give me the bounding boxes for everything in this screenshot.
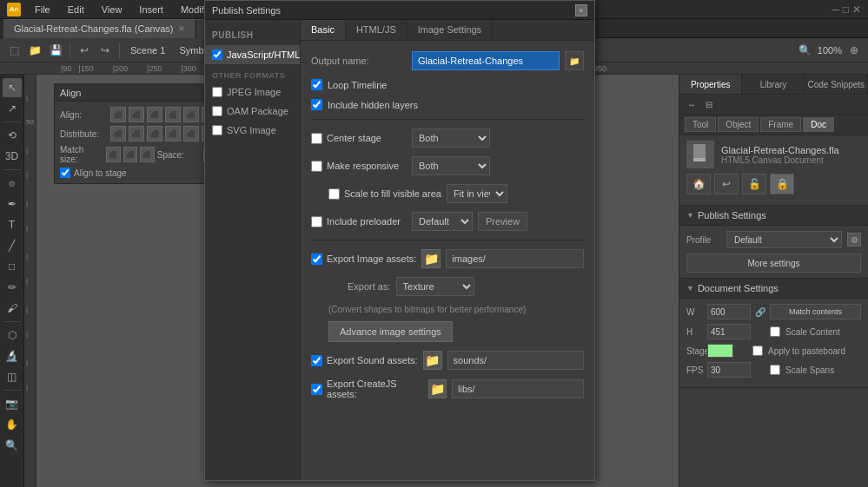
toolbar-undo-btn[interactable]: ↩ [76,42,93,59]
include-hidden-check[interactable] [311,99,322,110]
dist-right-btn[interactable]: ⬛ [147,126,162,141]
export-as-select[interactable]: Texture [396,277,474,296]
tool-subselect[interactable]: ↗ [3,99,22,118]
tool-camera[interactable]: 📷 [3,394,22,413]
align-left-btn[interactable]: ⬛ [110,107,126,122]
dist-left-btn[interactable]: ⬛ [110,126,126,141]
sidebar-svg-check[interactable] [212,125,222,135]
output-name-folder-btn[interactable]: 📁 [565,51,584,70]
zoom-in-btn[interactable]: ⊕ [845,42,863,59]
ds-scale-content-check[interactable] [770,326,780,337]
rp-subtab-frame[interactable]: Frame [760,117,801,132]
tool-lasso[interactable]: ⌾ [3,174,22,193]
lock-btn-2[interactable]: ↩ [714,174,739,194]
toolbar-open-btn[interactable]: 📁 [26,42,43,59]
ds-stage-color[interactable] [707,344,733,358]
lock-btn-3[interactable]: 🔓 [742,174,766,194]
match-h-btn[interactable]: ⬛ [123,147,138,162]
rp-tab-code[interactable]: Code Snippets [805,75,868,94]
match-w-btn[interactable]: ⬛ [106,147,121,162]
lock-btn-1[interactable]: 🏠 [686,174,711,194]
ds-fps-input[interactable] [707,362,751,378]
zoom-out-btn[interactable]: 🔍 [797,42,814,59]
export-image-path[interactable] [446,249,584,268]
align-right-btn[interactable]: ⬛ [147,107,162,122]
rp-collapse-btn[interactable]: ⊟ [702,97,716,111]
tool-brush[interactable]: 🖌 [3,299,22,318]
toolbar-save-btn[interactable]: 💾 [47,42,64,59]
tool-eyedrop[interactable]: 🔬 [3,346,22,365]
menu-file[interactable]: File [31,3,54,16]
export-sound-folder-btn[interactable]: 📁 [423,351,442,370]
tool-transform[interactable]: ⟲ [3,126,22,145]
center-stage-check[interactable] [311,133,322,144]
tool-fill[interactable]: ⬡ [3,326,22,345]
sidebar-jpeg[interactable]: JPEG Image [205,82,300,102]
rp-tab-library[interactable]: Library [742,75,805,94]
sidebar-svg[interactable]: SVG Image [205,121,300,140]
dialog-close-btn[interactable]: × [575,4,587,16]
align-to-stage-check[interactable] [60,168,70,178]
sidebar-oam-check[interactable] [212,106,222,116]
menu-edit[interactable]: Edit [64,3,88,16]
ps-section-header[interactable]: ▼ Publish Settings [679,206,868,226]
dialog-tab-image-settings[interactable]: Image Settings [407,20,493,40]
dialog-tab-basic[interactable]: Basic [301,20,346,40]
preloader-default-select[interactable]: Default [412,212,473,231]
tool-rect[interactable]: □ [3,257,22,276]
center-stage-select[interactable]: Both [412,128,490,148]
scale-fill-select[interactable]: Fit in view [447,184,507,203]
tool-3d[interactable]: 3D [3,147,22,166]
export-createjs-path[interactable] [452,379,584,398]
ds-section-header[interactable]: ▼ Document Settings [679,279,868,299]
export-sound-path[interactable] [447,351,584,370]
rp-subtab-object[interactable]: Object [718,117,759,132]
dist-top-btn[interactable]: ⬛ [165,126,181,141]
export-createjs-folder-btn[interactable]: 📁 [428,379,447,398]
advance-image-settings-btn[interactable]: Advance image settings [328,321,453,342]
loop-timeline-check[interactable] [311,79,322,90]
dialog-tab-htmljs[interactable]: HTML/JS [346,20,407,40]
rp-tab-properties[interactable]: Properties [679,75,742,94]
align-center-h-btn[interactable]: ⬛ [129,107,144,122]
ds-scale-spans-check[interactable] [770,365,780,375]
match-both-btn[interactable]: ⬛ [140,147,155,162]
preloader-check[interactable] [311,216,322,227]
tool-line[interactable]: ╱ [3,236,22,255]
ps-more-settings-btn[interactable]: More settings [686,253,861,273]
export-sound-check[interactable] [311,355,322,366]
lock-btn-4[interactable]: 🔒 [770,174,794,194]
tool-pen[interactable]: ✒ [3,194,22,214]
tool-eraser[interactable]: ◫ [3,367,22,386]
make-responsive-check[interactable] [311,161,322,172]
minimize-btn[interactable]: ─ [832,3,839,16]
sidebar-js-html[interactable]: JavaScript/HTML [205,45,300,64]
tool-zoom[interactable]: 🔍 [3,436,22,455]
rp-expand-btn[interactable]: ↔ [685,97,699,111]
export-createjs-check[interactable] [311,384,322,395]
dist-center-v-btn[interactable]: ⬛ [183,126,199,141]
make-responsive-select[interactable]: Both [412,156,490,175]
export-image-check[interactable] [311,253,322,265]
maximize-btn[interactable]: □ [843,3,849,16]
tool-pencil[interactable]: ✏ [3,278,22,297]
rp-subtab-tool[interactable]: Tool [685,117,716,132]
tool-hand[interactable]: ✋ [3,415,22,434]
tab-main-file[interactable]: Glacial-Retreat-Changes.fla (Canvas) ✕ [3,19,196,38]
sidebar-jpeg-check[interactable] [212,87,222,97]
close-btn[interactable]: ✕ [852,3,861,16]
tab-close-icon[interactable]: ✕ [178,24,185,33]
tool-select[interactable]: ↖ [3,78,22,97]
export-image-folder-btn[interactable]: 📁 [421,249,441,268]
align-center-v-btn[interactable]: ⬛ [183,107,199,122]
ds-apply-pasteboard-check[interactable] [752,346,763,356]
toolbar-new-btn[interactable]: ⬚ [5,42,23,59]
scale-fill-check[interactable] [328,188,340,200]
output-name-input[interactable] [412,51,560,70]
toolbar-redo-btn[interactable]: ↪ [96,42,114,59]
ps-profile-settings-btn[interactable]: ⚙ [847,233,861,247]
rp-subtab-doc[interactable]: Doc [803,117,834,132]
sidebar-js-html-check[interactable] [212,49,222,60]
ds-width-input[interactable] [707,304,751,319]
menu-insert[interactable]: Insert [136,3,167,16]
